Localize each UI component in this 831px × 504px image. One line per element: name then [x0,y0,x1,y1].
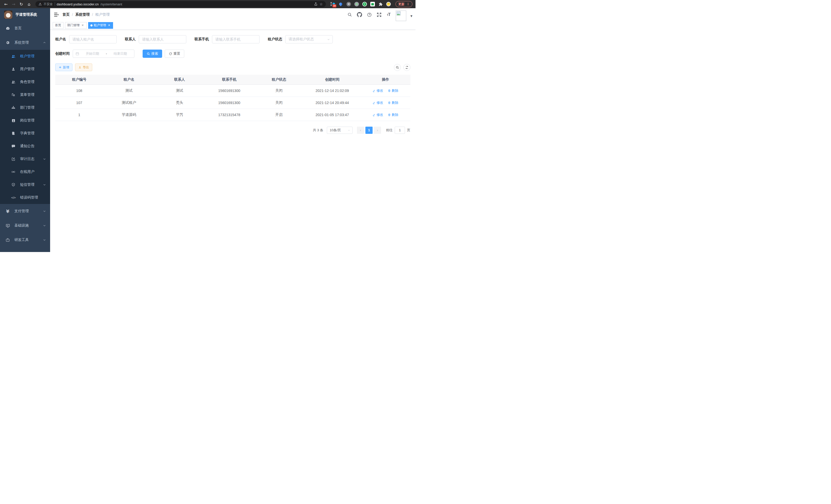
sidebar-item-dept[interactable]: 部门管理 [0,101,50,114]
chevron-down-icon [327,38,330,41]
export-button[interactable]: 导出 [75,63,92,71]
address-bar[interactable]: ⚠ 不安全 dashboard.yudao.iocoder.cn/system/… [35,1,326,7]
help-icon[interactable] [366,8,372,21]
breadcrumb-home[interactable]: 首页 [62,12,69,17]
sidebar-item-notice[interactable]: 通知公告 [0,140,50,153]
close-icon[interactable]: ✕ [107,24,111,27]
mobile-input[interactable] [212,35,260,43]
sidebar-item-post[interactable]: 岗位管理 [0,114,50,127]
cell-mobile: 15601691300 [204,85,254,97]
extension-dot-icon[interactable] [354,2,359,6]
cell-contact: 芋艿 [155,109,204,121]
page-suffix: 页 [407,128,410,132]
bookmark-star-icon[interactable]: ☆ [319,2,323,6]
extension-chat-icon[interactable] [370,2,375,6]
sidebar-item-infra[interactable]: 基础设施 [0,218,50,233]
chevron-up-icon [43,41,46,44]
sidebar-item-devtools[interactable]: 研发工具 [0,233,50,247]
next-page-button[interactable]: › [374,127,381,134]
app-logo[interactable]: 芋道管理系统 [0,8,50,21]
page-size-select[interactable]: 10条/页 [327,127,352,134]
share-icon[interactable] [314,2,318,6]
browser-back-icon[interactable]: ← [3,1,9,7]
prev-page-button[interactable]: ‹ [357,127,364,134]
tab-home[interactable]: 首页 [53,22,63,29]
tab-dept[interactable]: 部门管理 ✕ [65,22,87,29]
browser-update-button[interactable]: 更新 ⋮ [396,1,412,7]
delete-link[interactable]: 删除 [388,100,398,105]
address-divider [55,2,55,6]
goto-page-input[interactable] [395,127,405,134]
cell-tenant-id: 108 [55,85,103,97]
date-range-picker[interactable]: 开始日期 - 结束日期 [73,50,134,58]
browser-home-icon[interactable]: ⌂ [26,1,32,7]
calendar-icon [76,52,79,56]
briefcase-icon [5,238,11,242]
extension-kite-icon[interactable] [338,2,343,6]
breadcrumb-current: 租户管理 [95,12,110,17]
edit-link[interactable]: 修改 [373,113,383,117]
cell-created: 2021-01-05 17:03:47 [304,109,361,121]
close-icon[interactable]: ✕ [81,24,84,27]
logo-image [4,10,12,19]
sidebar-item-audit-log[interactable]: 审计日志 [0,153,50,166]
col-mobile: 联系手机 [204,75,254,85]
fullscreen-icon[interactable] [376,8,382,21]
sidebar-item-errorcode[interactable]: </> 错误码管理 [0,191,50,204]
sidebar-item-home[interactable]: 首页 [0,21,50,35]
edit-link[interactable]: 修改 [373,100,383,105]
browser-forward-icon[interactable]: → [10,1,17,7]
breadcrumb-system[interactable]: 系统管理 [75,12,90,17]
status-select[interactable]: 请选择租户状态 [285,35,333,43]
tenant-name-input[interactable] [69,35,117,43]
browser-reload-icon[interactable]: ↻ [18,1,25,7]
cell-actions: 修改 删除 [361,85,410,97]
sidebar-item-menu[interactable]: 菜单管理 [0,88,50,101]
sidebar-item-label: 字典管理 [20,131,34,136]
delete-link[interactable]: 删除 [388,113,398,117]
filter-mobile: 联系手机 [195,35,260,43]
delete-link[interactable]: 删除 [388,88,398,93]
sidebar-item-system[interactable]: 系统管理 [0,35,50,50]
refresh-table-icon[interactable] [403,64,410,71]
github-icon[interactable] [357,8,362,21]
sidebar-item-sms[interactable]: 短信管理 [0,178,50,191]
cell-created: 2021-12-14 21:02:09 [304,85,361,97]
cell-status: 关闭 [254,85,304,97]
extensions-puzzle-icon[interactable] [378,2,383,6]
extension-command-icon[interactable]: ⌘ [346,2,351,6]
font-size-icon[interactable]: tT [386,8,392,21]
edit-link[interactable]: 修改 [373,88,383,93]
monitor-icon [5,224,11,228]
sidebar-item-payment[interactable]: ¥ 支付管理 [0,204,50,218]
sidebar-item-role[interactable]: 角色管理 [0,76,50,88]
page-number-1[interactable]: 1 [365,127,373,134]
contact-input[interactable] [139,35,186,43]
add-button[interactable]: 新增 [55,63,73,71]
extension-grid-icon[interactable]: 10 [331,2,335,6]
tab-label: 租户管理 [94,23,106,28]
sidebar-item-label: 菜单管理 [20,92,34,97]
toggle-search-icon[interactable] [394,64,401,71]
user-avatar[interactable] [396,10,406,21]
browser-menu-icon[interactable]: ⋮ [406,2,409,6]
sidebar-item-online-users[interactable]: 在线用户 [0,166,50,178]
header-search-icon[interactable] [347,8,352,21]
extension-badge: 10 [333,4,336,7]
sidebar-item-user[interactable]: 用户管理 [0,63,50,76]
avatar-dropdown-caret[interactable]: ▼ [410,14,412,18]
filter-status: 租户状态 请选择租户状态 [268,35,333,43]
sidebar-item-tenant[interactable]: 租户管理 [0,50,50,63]
profile-avatar[interactable] [386,2,391,6]
hamburger-icon[interactable] [50,8,62,21]
tab-tenant[interactable]: 租户管理 ✕ [88,22,113,29]
search-button[interactable]: 搜索 [143,50,162,58]
table-header-row: 租户编号 租户名 联系人 联系手机 租户状态 创建时间 操作 [55,75,410,85]
url-path: /system/tenant [101,2,122,6]
reset-button[interactable]: 重置 [165,50,184,58]
col-created: 创建时间 [304,75,361,85]
sidebar-item-dict[interactable]: 字典管理 [0,127,50,140]
cell-actions: 修改 删除 [361,97,410,109]
extension-y-icon[interactable]: Y [362,2,367,6]
table-row: 108 测试 测试 15601691300 关闭 2021-12-14 21:0… [55,85,410,97]
